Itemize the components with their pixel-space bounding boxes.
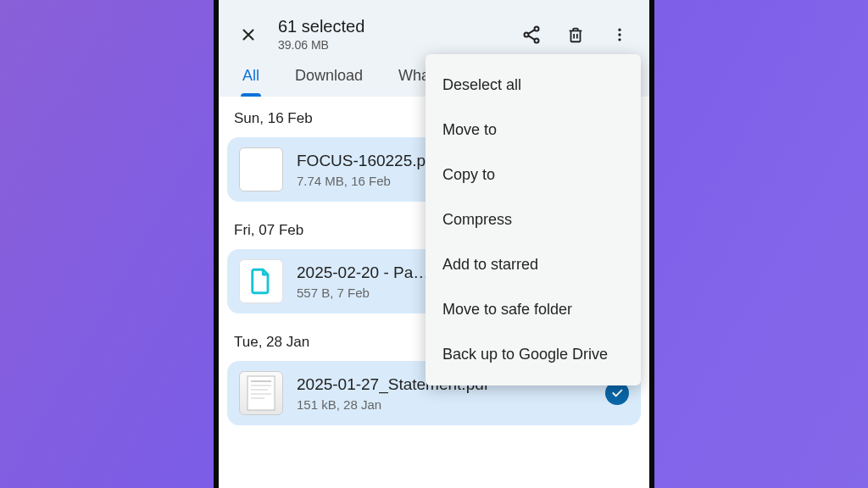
- selection-info: 61 selected 39.06 MB: [278, 17, 502, 52]
- menu-compress[interactable]: Compress: [426, 197, 641, 242]
- overflow-menu: Deselect all Move to Copy to Compress Ad…: [426, 54, 641, 385]
- menu-copy-to[interactable]: Copy to: [426, 152, 641, 197]
- svg-point-5: [618, 38, 620, 41]
- menu-move-to[interactable]: Move to: [426, 108, 641, 152]
- file-meta: 151 kB, 28 Jan: [297, 397, 592, 412]
- file-thumbnail: [239, 259, 283, 303]
- check-icon: [610, 386, 624, 400]
- delete-button[interactable]: [561, 20, 590, 49]
- svg-point-3: [618, 28, 620, 30]
- menu-add-starred[interactable]: Add to starred: [426, 242, 641, 287]
- file-thumbnail: [239, 371, 283, 415]
- phone-frame: 61 selected 39.06 MB All Download What S…: [214, 0, 654, 488]
- menu-backup-drive[interactable]: Back up to Google Drive: [426, 332, 641, 377]
- tab-download[interactable]: Download: [292, 60, 366, 97]
- svg-point-1: [525, 32, 529, 36]
- share-button[interactable]: [517, 20, 546, 49]
- menu-move-safe[interactable]: Move to safe folder: [426, 287, 641, 332]
- selection-count: 61 selected: [278, 17, 502, 36]
- svg-point-0: [535, 26, 539, 30]
- overflow-button[interactable]: [605, 20, 634, 49]
- tab-all[interactable]: All: [239, 60, 263, 97]
- svg-point-2: [535, 38, 539, 42]
- close-button[interactable]: [234, 20, 263, 49]
- document-icon: [244, 374, 278, 413]
- more-vert-icon: [611, 25, 628, 45]
- share-icon: [521, 25, 542, 45]
- menu-deselect-all[interactable]: Deselect all: [426, 63, 641, 108]
- selection-size: 39.06 MB: [278, 38, 502, 52]
- svg-point-4: [618, 33, 620, 36]
- close-icon: [239, 25, 258, 44]
- file-thumbnail: [239, 147, 283, 191]
- trash-icon: [566, 25, 585, 45]
- file-icon: [249, 268, 273, 295]
